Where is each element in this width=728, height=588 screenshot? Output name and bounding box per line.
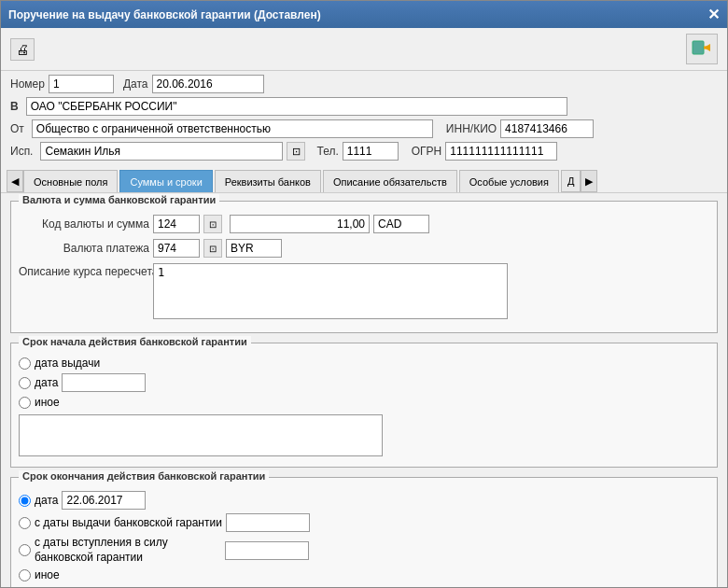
start-date-radio[interactable] <box>19 377 31 389</box>
start-other-label: иное <box>35 396 60 409</box>
start-date-row: дата <box>19 373 709 392</box>
description-label: Описание курса пересчета <box>19 263 149 278</box>
executor-row: Исп. ⊡ Тел. ОГРН <box>10 142 718 161</box>
title-bar: Поручение на выдачу банковской гарантии … <box>1 1 727 28</box>
bank-prefix: В <box>10 100 19 113</box>
currency-select-icon: ⊡ <box>209 219 217 230</box>
tab-bank-details[interactable]: Реквизиты банков <box>215 170 321 192</box>
payment-currency-select-button[interactable]: ⊡ <box>203 239 222 258</box>
from-input[interactable] <box>32 119 433 138</box>
toolbar-right <box>686 34 718 64</box>
tab-basic[interactable]: Основные поля <box>23 170 118 192</box>
print-icon: 🖨 <box>16 42 29 57</box>
payment-select-icon: ⊡ <box>209 244 217 254</box>
svg-rect-2 <box>704 47 710 49</box>
payment-currency-row: Валюта платежа ⊡ <box>19 239 709 258</box>
payment-currency-name-input[interactable] <box>226 239 282 258</box>
description-textarea[interactable]: 1 <box>153 263 508 319</box>
currency-code-row: Код валюты и сумма ⊡ <box>19 215 709 233</box>
end-from-issue-input[interactable] <box>226 513 310 532</box>
tab-next-button[interactable]: ▶ <box>581 170 597 192</box>
ogrn-label: ОГРН <box>412 145 442 158</box>
main-window: Поручение на выдачу банковской гарантии … <box>0 0 728 588</box>
tab-obligations[interactable]: Описание обязательств <box>323 170 457 192</box>
from-row: От ИНН/КИО <box>10 119 718 138</box>
print-button[interactable]: 🖨 <box>10 38 35 61</box>
currency-code-input[interactable] <box>153 215 200 233</box>
toolbar-left: 🖨 <box>10 38 35 61</box>
number-label: Номер <box>10 77 45 91</box>
end-date-radio[interactable] <box>19 495 31 507</box>
number-input[interactable] <box>49 75 114 93</box>
end-term-section: Срок окончания действия банковской гаран… <box>10 477 718 587</box>
end-from-force-input[interactable] <box>225 541 309 560</box>
payment-currency-label: Валюта платежа <box>19 242 149 255</box>
bank-row: В <box>10 97 718 116</box>
payment-code-input[interactable] <box>153 239 200 258</box>
exec-select-button[interactable]: ⊡ <box>287 142 305 161</box>
start-date-label: дата <box>35 376 58 389</box>
inn-input[interactable] <box>500 119 594 138</box>
start-issue-radio[interactable] <box>19 357 31 370</box>
start-other-radio[interactable] <box>19 397 31 409</box>
end-from-force-radio[interactable] <box>19 544 31 556</box>
tab-amounts[interactable]: Суммы и сроки <box>119 170 212 192</box>
tab-prev-button[interactable]: ◀ <box>7 170 23 192</box>
end-from-issue-row: с даты выдачи банковской гарантии <box>19 513 709 532</box>
exec-input[interactable] <box>40 142 283 161</box>
ogrn-input[interactable] <box>445 142 557 161</box>
start-issue-row: дата выдачи <box>19 357 709 370</box>
bank-input[interactable] <box>26 97 567 116</box>
currency-section-title: Валюта и сумма банковской гарантии <box>19 194 219 205</box>
from-label: От <box>10 122 24 135</box>
exec-label: Исп. <box>10 145 33 158</box>
end-from-issue-label: с даты выдачи банковской гарантии <box>35 516 222 529</box>
tel-label: Тел. <box>316 145 338 158</box>
end-term-title: Срок окончания действия банковской гаран… <box>19 470 269 482</box>
inn-label: ИНН/КИО <box>446 122 497 135</box>
end-from-force-row: с даты вступления в силу банковской гара… <box>19 536 709 565</box>
start-date-input[interactable] <box>62 373 146 392</box>
end-term-content: дата с даты выдачи банковской гарантии с… <box>19 491 709 587</box>
end-other-row: иное <box>19 568 709 581</box>
end-other-radio[interactable] <box>19 569 31 581</box>
currency-select-button[interactable]: ⊡ <box>203 215 222 233</box>
description-row: Описание курса пересчета 1 <box>19 263 709 319</box>
currency-content: Код валюты и сумма ⊡ Валюта платежа ⊡ <box>19 215 709 319</box>
number-date-row: Номер Дата <box>10 75 718 93</box>
date-input[interactable] <box>152 75 264 93</box>
tabs-bar: ◀ Основные поля Суммы и сроки Реквизиты … <box>1 168 727 193</box>
start-other-textarea[interactable] <box>19 414 383 456</box>
currency-section: Валюта и сумма банковской гарантии Код в… <box>10 201 718 333</box>
currency-name-input[interactable] <box>373 215 429 233</box>
amount-input[interactable] <box>230 215 370 233</box>
exit-button[interactable] <box>686 34 718 64</box>
date-label: Дата <box>123 77 148 91</box>
currency-code-label: Код валюты и сумма <box>19 217 149 231</box>
end-date-row: дата <box>19 491 709 510</box>
start-other-row: иное <box>19 396 709 409</box>
svg-rect-0 <box>693 41 704 54</box>
start-term-title: Срок начала действия банковской гарантии <box>19 336 251 347</box>
end-date-label: дата <box>35 494 58 507</box>
end-date-input[interactable] <box>62 491 146 510</box>
exit-icon <box>692 37 712 61</box>
toolbar: 🖨 <box>1 28 727 71</box>
tab-conditions[interactable]: Особые условия <box>459 170 559 192</box>
end-from-force-label: с даты вступления в силу банковской гара… <box>35 536 221 565</box>
end-other-label: иное <box>35 568 60 581</box>
window-title: Поручение на выдачу банковской гарантии … <box>8 8 321 21</box>
header-section: Номер Дата В От ИНН/КИО Исп. ⊡ Тел. ОГРН <box>1 71 727 168</box>
tab-more-button[interactable]: Д <box>561 170 581 192</box>
end-from-issue-radio[interactable] <box>19 517 31 529</box>
start-term-section: Срок начала действия банковской гарантии… <box>10 343 718 468</box>
select-icon: ⊡ <box>292 146 301 158</box>
close-button[interactable]: ✕ <box>707 6 720 23</box>
content-area: Валюта и сумма банковской гарантии Код в… <box>1 193 727 587</box>
start-term-content: дата выдачи дата иное <box>19 357 709 459</box>
start-issue-label: дата выдачи <box>35 357 100 370</box>
tel-input[interactable] <box>343 142 399 161</box>
